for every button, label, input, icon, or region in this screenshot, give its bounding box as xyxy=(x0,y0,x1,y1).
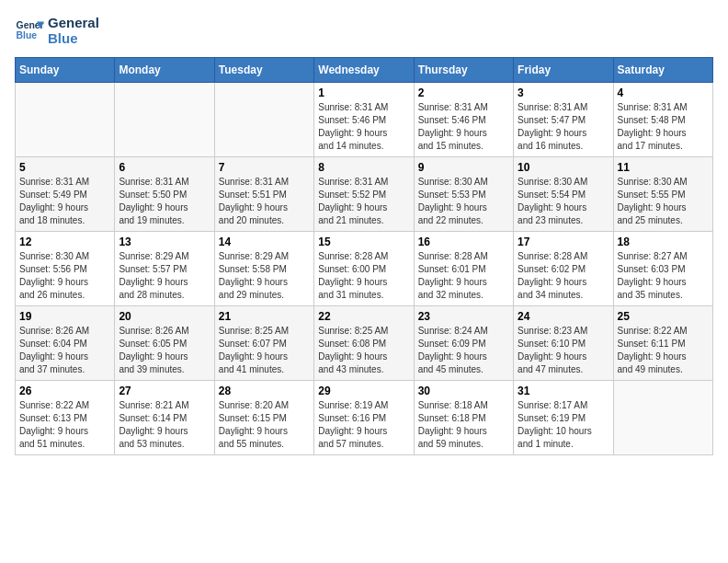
day-info: Sunrise: 8:31 AM Sunset: 5:49 PM Dayligh… xyxy=(19,176,110,227)
day-number: 5 xyxy=(19,161,110,174)
day-info: Sunrise: 8:31 AM Sunset: 5:50 PM Dayligh… xyxy=(119,176,210,227)
day-info: Sunrise: 8:30 AM Sunset: 5:55 PM Dayligh… xyxy=(618,176,709,227)
calendar-cell: 30Sunrise: 8:18 AM Sunset: 6:18 PM Dayli… xyxy=(414,381,513,455)
weekday-header-friday: Friday xyxy=(514,58,613,83)
day-info: Sunrise: 8:29 AM Sunset: 5:57 PM Dayligh… xyxy=(119,250,210,302)
day-info: Sunrise: 8:28 AM Sunset: 6:00 PM Dayligh… xyxy=(318,250,409,302)
page-header: General Blue General Blue xyxy=(15,15,713,46)
calendar-cell: 4Sunrise: 8:31 AM Sunset: 5:48 PM Daylig… xyxy=(613,83,712,157)
day-number: 2 xyxy=(418,86,509,99)
logo: General Blue General Blue xyxy=(15,15,99,46)
day-number: 21 xyxy=(219,310,310,323)
day-info: Sunrise: 8:22 AM Sunset: 6:11 PM Dayligh… xyxy=(618,325,709,376)
calendar-week-row: 1Sunrise: 8:31 AM Sunset: 5:46 PM Daylig… xyxy=(16,83,713,157)
day-info: Sunrise: 8:30 AM Sunset: 5:53 PM Dayligh… xyxy=(418,176,509,227)
calendar-cell: 13Sunrise: 8:29 AM Sunset: 5:57 PM Dayli… xyxy=(115,232,214,306)
day-number: 30 xyxy=(418,385,509,397)
day-number: 25 xyxy=(618,310,709,323)
day-info: Sunrise: 8:24 AM Sunset: 6:09 PM Dayligh… xyxy=(418,325,509,376)
calendar-cell: 15Sunrise: 8:28 AM Sunset: 6:00 PM Dayli… xyxy=(314,232,414,306)
logo-blue: Blue xyxy=(48,30,99,46)
day-number: 20 xyxy=(119,310,210,323)
day-number: 17 xyxy=(518,236,609,248)
day-number: 1 xyxy=(318,86,409,99)
day-info: Sunrise: 8:17 AM Sunset: 6:19 PM Dayligh… xyxy=(518,399,609,451)
calendar-cell: 17Sunrise: 8:28 AM Sunset: 6:02 PM Dayli… xyxy=(514,232,613,306)
calendar-cell: 14Sunrise: 8:29 AM Sunset: 5:58 PM Dayli… xyxy=(214,232,313,306)
day-number: 23 xyxy=(418,310,509,323)
day-info: Sunrise: 8:18 AM Sunset: 6:18 PM Dayligh… xyxy=(418,399,509,451)
day-number: 7 xyxy=(219,161,310,174)
weekday-header-sunday: Sunday xyxy=(16,58,115,83)
day-info: Sunrise: 8:30 AM Sunset: 5:56 PM Dayligh… xyxy=(19,250,110,302)
day-info: Sunrise: 8:21 AM Sunset: 6:14 PM Dayligh… xyxy=(119,399,210,451)
calendar-cell: 5Sunrise: 8:31 AM Sunset: 5:49 PM Daylig… xyxy=(16,157,115,232)
calendar-cell: 11Sunrise: 8:30 AM Sunset: 5:55 PM Dayli… xyxy=(613,157,712,232)
calendar-cell: 12Sunrise: 8:30 AM Sunset: 5:56 PM Dayli… xyxy=(16,232,115,306)
calendar-cell xyxy=(613,381,712,455)
day-info: Sunrise: 8:27 AM Sunset: 6:03 PM Dayligh… xyxy=(618,250,709,302)
day-number: 27 xyxy=(119,385,210,397)
calendar-week-row: 26Sunrise: 8:22 AM Sunset: 6:13 PM Dayli… xyxy=(16,381,713,455)
calendar-cell xyxy=(214,83,313,157)
day-info: Sunrise: 8:25 AM Sunset: 6:07 PM Dayligh… xyxy=(219,325,310,376)
day-info: Sunrise: 8:31 AM Sunset: 5:46 PM Dayligh… xyxy=(318,101,409,153)
calendar-cell: 3Sunrise: 8:31 AM Sunset: 5:47 PM Daylig… xyxy=(514,83,613,157)
day-info: Sunrise: 8:31 AM Sunset: 5:47 PM Dayligh… xyxy=(518,101,609,153)
day-info: Sunrise: 8:26 AM Sunset: 6:05 PM Dayligh… xyxy=(119,325,210,376)
day-info: Sunrise: 8:26 AM Sunset: 6:04 PM Dayligh… xyxy=(19,325,110,376)
day-info: Sunrise: 8:31 AM Sunset: 5:46 PM Dayligh… xyxy=(418,101,509,153)
calendar-cell: 1Sunrise: 8:31 AM Sunset: 5:46 PM Daylig… xyxy=(314,83,414,157)
calendar-week-row: 19Sunrise: 8:26 AM Sunset: 6:04 PM Dayli… xyxy=(16,306,713,381)
calendar-cell: 20Sunrise: 8:26 AM Sunset: 6:05 PM Dayli… xyxy=(115,306,214,381)
day-info: Sunrise: 8:25 AM Sunset: 6:08 PM Dayligh… xyxy=(318,325,409,376)
calendar-cell: 28Sunrise: 8:20 AM Sunset: 6:15 PM Dayli… xyxy=(214,381,313,455)
day-number: 19 xyxy=(19,310,110,323)
calendar-cell: 23Sunrise: 8:24 AM Sunset: 6:09 PM Dayli… xyxy=(414,306,513,381)
calendar-cell: 22Sunrise: 8:25 AM Sunset: 6:08 PM Dayli… xyxy=(314,306,414,381)
day-number: 8 xyxy=(318,161,409,174)
weekday-header-thursday: Thursday xyxy=(414,58,513,83)
calendar-cell: 18Sunrise: 8:27 AM Sunset: 6:03 PM Dayli… xyxy=(613,232,712,306)
day-number: 31 xyxy=(518,385,609,397)
day-info: Sunrise: 8:28 AM Sunset: 6:01 PM Dayligh… xyxy=(418,250,509,302)
calendar-cell: 6Sunrise: 8:31 AM Sunset: 5:50 PM Daylig… xyxy=(115,157,214,232)
weekday-header-row: SundayMondayTuesdayWednesdayThursdayFrid… xyxy=(16,58,713,83)
day-info: Sunrise: 8:31 AM Sunset: 5:48 PM Dayligh… xyxy=(618,101,709,153)
day-info: Sunrise: 8:31 AM Sunset: 5:52 PM Dayligh… xyxy=(318,176,409,227)
calendar-cell xyxy=(115,83,214,157)
day-info: Sunrise: 8:29 AM Sunset: 5:58 PM Dayligh… xyxy=(219,250,310,302)
day-number: 15 xyxy=(318,236,409,248)
calendar-cell: 27Sunrise: 8:21 AM Sunset: 6:14 PM Dayli… xyxy=(115,381,214,455)
calendar-cell: 19Sunrise: 8:26 AM Sunset: 6:04 PM Dayli… xyxy=(16,306,115,381)
weekday-header-wednesday: Wednesday xyxy=(314,58,414,83)
weekday-header-monday: Monday xyxy=(115,58,214,83)
day-number: 16 xyxy=(418,236,509,248)
day-number: 22 xyxy=(318,310,409,323)
day-number: 12 xyxy=(19,236,110,248)
day-number: 3 xyxy=(518,86,609,99)
day-number: 26 xyxy=(19,385,110,397)
calendar-cell: 9Sunrise: 8:30 AM Sunset: 5:53 PM Daylig… xyxy=(414,157,513,232)
day-number: 10 xyxy=(518,161,609,174)
calendar-cell: 2Sunrise: 8:31 AM Sunset: 5:46 PM Daylig… xyxy=(414,83,513,157)
calendar-table: SundayMondayTuesdayWednesdayThursdayFrid… xyxy=(15,57,713,455)
day-number: 14 xyxy=(219,236,310,248)
calendar-cell: 25Sunrise: 8:22 AM Sunset: 6:11 PM Dayli… xyxy=(613,306,712,381)
day-number: 28 xyxy=(219,385,310,397)
calendar-cell: 29Sunrise: 8:19 AM Sunset: 6:16 PM Dayli… xyxy=(314,381,414,455)
svg-text:Blue: Blue xyxy=(17,30,38,40)
logo-general: General xyxy=(48,15,99,30)
day-info: Sunrise: 8:20 AM Sunset: 6:15 PM Dayligh… xyxy=(219,399,310,451)
day-number: 6 xyxy=(119,161,210,174)
logo-icon: General Blue xyxy=(15,16,44,45)
day-info: Sunrise: 8:19 AM Sunset: 6:16 PM Dayligh… xyxy=(318,399,409,451)
day-info: Sunrise: 8:23 AM Sunset: 6:10 PM Dayligh… xyxy=(518,325,609,376)
day-info: Sunrise: 8:31 AM Sunset: 5:51 PM Dayligh… xyxy=(219,176,310,227)
calendar-cell: 16Sunrise: 8:28 AM Sunset: 6:01 PM Dayli… xyxy=(414,232,513,306)
weekday-header-tuesday: Tuesday xyxy=(214,58,313,83)
calendar-cell xyxy=(16,83,115,157)
day-number: 13 xyxy=(119,236,210,248)
day-info: Sunrise: 8:22 AM Sunset: 6:13 PM Dayligh… xyxy=(19,399,110,451)
day-number: 18 xyxy=(618,236,709,248)
